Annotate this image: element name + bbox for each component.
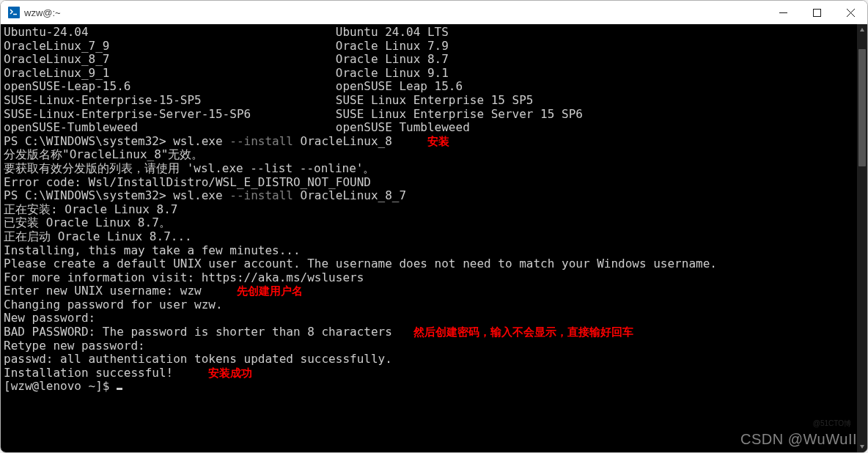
terminal-area[interactable]: Ubuntu-24.04 Ubuntu 24.04 LTS OracleLinu… (1, 24, 867, 452)
close-button[interactable] (834, 1, 867, 24)
terminal-icon (8, 7, 20, 18)
scroll-up-arrow[interactable] (857, 24, 867, 36)
csdn-watermark: CSDN @WuWuII (740, 431, 857, 448)
svg-marker-6 (860, 28, 864, 32)
terminal-output[interactable]: Ubuntu-24.04 Ubuntu 24.04 LTS OracleLinu… (1, 24, 857, 452)
scrollbar-thumb[interactable] (858, 49, 866, 166)
title-left: wzw@:~ (1, 7, 61, 18)
faint-watermark: @51CTO博 (813, 419, 851, 429)
titlebar[interactable]: wzw@:~ (1, 1, 867, 24)
scrollbar-track[interactable] (857, 24, 867, 452)
window-controls (766, 1, 867, 24)
svg-rect-3 (813, 9, 820, 16)
maximize-button[interactable] (800, 1, 834, 24)
scroll-down-arrow[interactable] (857, 441, 867, 452)
window-title: wzw@:~ (24, 7, 61, 18)
minimize-button[interactable] (766, 1, 800, 24)
terminal-window: wzw@:~ Ubuntu-24.04 Ubuntu 24.04 LTS Ora… (0, 0, 868, 453)
svg-marker-7 (860, 445, 864, 449)
svg-rect-0 (8, 7, 20, 18)
